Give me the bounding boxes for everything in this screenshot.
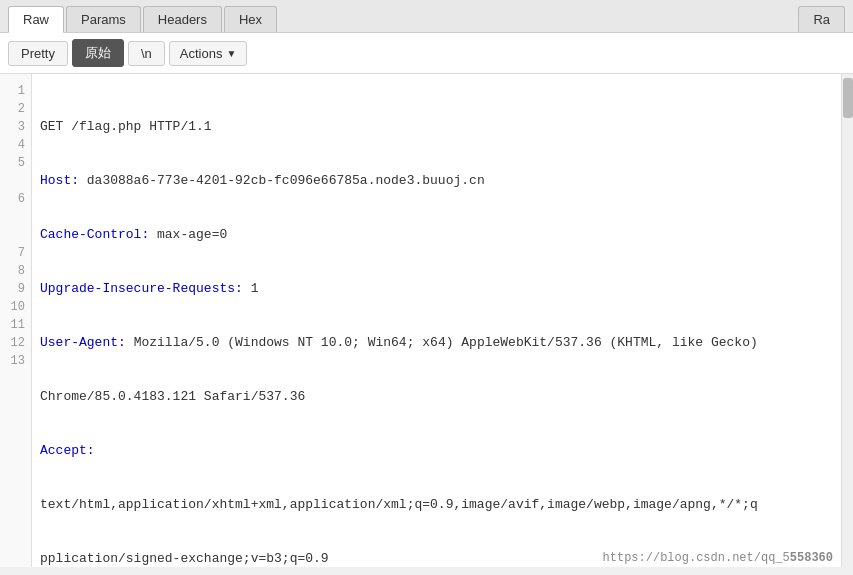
chevron-down-icon: ▼	[226, 48, 236, 59]
status-bar: https://blog.csdn.net/qq_5558360	[597, 549, 839, 567]
main-content: 1 2 3 4 5 6 7 8 9 10 11 12 13 GET /flag.…	[0, 74, 853, 567]
line-2: Host: da3088a6-773e-4201-92cb-fc096e6678…	[40, 172, 833, 190]
code-area[interactable]: GET /flag.php HTTP/1.1 Host: da3088a6-77…	[32, 74, 841, 567]
tab-hex[interactable]: Hex	[224, 6, 277, 32]
line-6b: text/html,application/xhtml+xml,applicat…	[40, 496, 833, 514]
view-raw[interactable]: 原始	[72, 39, 124, 67]
top-tab-bar: Raw Params Headers Hex Ra	[0, 0, 853, 33]
line-6: Accept:	[40, 442, 833, 460]
scrollbar[interactable]	[841, 74, 853, 567]
scrollbar-thumb[interactable]	[843, 78, 853, 118]
line-numbers: 1 2 3 4 5 6 7 8 9 10 11 12 13	[0, 74, 32, 567]
line-3: Cache-Control: max-age=0	[40, 226, 833, 244]
actions-button[interactable]: Actions ▼	[169, 41, 248, 66]
view-pretty[interactable]: Pretty	[8, 41, 68, 66]
line-5b: Chrome/85.0.4183.121 Safari/537.36	[40, 388, 833, 406]
actions-label: Actions	[180, 46, 223, 61]
tab-raw[interactable]: Raw	[8, 6, 64, 33]
view-toolbar: Pretty 原始 \n Actions ▼	[0, 33, 853, 74]
tab-right[interactable]: Ra	[798, 6, 845, 32]
line-5: User-Agent: Mozilla/5.0 (Windows NT 10.0…	[40, 334, 833, 352]
line-1: GET /flag.php HTTP/1.1	[40, 118, 833, 136]
line-4: Upgrade-Insecure-Requests: 1	[40, 280, 833, 298]
tab-params[interactable]: Params	[66, 6, 141, 32]
status-url: https://blog.csdn.net/qq_5558360	[603, 551, 833, 565]
tab-headers[interactable]: Headers	[143, 6, 222, 32]
view-newline[interactable]: \n	[128, 41, 165, 66]
